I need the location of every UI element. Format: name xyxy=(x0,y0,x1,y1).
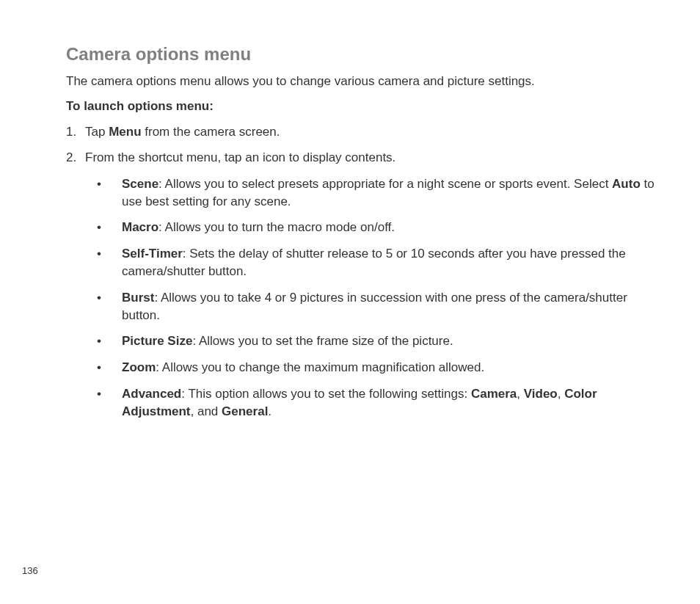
bullet-scene: Scene: Allows you to select presets appr… xyxy=(92,175,656,211)
step-text: From the shortcut menu, tap an icon to d… xyxy=(85,150,395,164)
bullet-zoom: Zoom: Allows you to change the maximum m… xyxy=(92,359,656,376)
bullet-label: Scene xyxy=(122,177,158,191)
section-title: Camera options menu xyxy=(66,44,656,65)
bullet-text: . xyxy=(268,404,271,418)
bullet-text: : Allows you to change the maximum magni… xyxy=(156,360,484,374)
bullet-label: Advanced xyxy=(122,387,181,401)
bullet-advanced: Advanced: This option allows you to set … xyxy=(92,385,656,421)
bullet-burst: Burst: Allows you to take 4 or 9 picture… xyxy=(92,289,656,324)
step-bold: Menu xyxy=(109,125,141,139)
bullet-text: , and xyxy=(191,404,222,418)
bullet-label: Macro xyxy=(122,220,158,234)
bullet-label: Picture Size xyxy=(122,334,192,348)
step-number: 2. xyxy=(66,150,76,167)
step-text: from the camera screen. xyxy=(142,125,280,139)
bullet-text: , xyxy=(558,387,564,401)
bullet-picture-size: Picture Size: Allows you to set the fram… xyxy=(92,332,656,350)
bullet-text: : Allows you to set the frame size of th… xyxy=(192,334,453,348)
bullet-text: : Sets the delay of shutter release to 5… xyxy=(122,247,626,278)
page-number: 136 xyxy=(22,565,38,576)
step-text: Tap xyxy=(85,125,109,139)
bullet-bold: General xyxy=(222,404,268,418)
bullet-text: : Allows you to turn the macro mode on/o… xyxy=(158,220,395,234)
bullet-label: Burst xyxy=(122,291,154,305)
bullet-text: : Allows you to select presets appropria… xyxy=(158,177,612,191)
step-number: 1. xyxy=(66,124,76,141)
bullet-macro: Macro: Allows you to turn the macro mode… xyxy=(92,219,656,236)
step-1: 1. Tap Menu from the camera screen. xyxy=(66,124,656,141)
bullet-text: : Allows you to take 4 or 9 pictures in … xyxy=(122,291,627,322)
bullet-text: , xyxy=(517,387,523,401)
bullet-label: Zoom xyxy=(122,360,156,374)
bullet-bold: Camera xyxy=(471,387,517,401)
bullet-label: Self-Timer xyxy=(122,247,183,261)
document-page: Camera options menu The camera options m… xyxy=(0,0,700,604)
step-2: 2. From the shortcut menu, tap an icon t… xyxy=(66,150,656,421)
steps-list: 1. Tap Menu from the camera screen. 2. F… xyxy=(66,124,656,421)
bullet-list: Scene: Allows you to select presets appr… xyxy=(92,175,656,421)
bullet-bold: Video xyxy=(524,387,558,401)
intro-text: The camera options menu allows you to ch… xyxy=(66,73,656,90)
bullet-self-timer: Self-Timer: Sets the delay of shutter re… xyxy=(92,245,656,280)
sub-heading: To launch options menu: xyxy=(66,99,656,114)
bullet-bold: Auto xyxy=(612,177,641,191)
bullet-text: : This option allows you to set the foll… xyxy=(181,387,471,401)
